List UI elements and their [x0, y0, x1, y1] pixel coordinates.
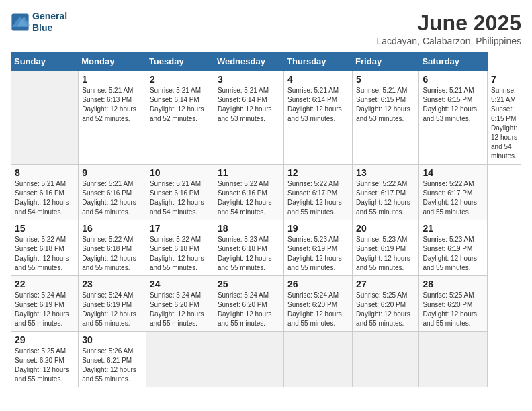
calendar-title: June 2025	[376, 11, 521, 36]
daylight: Daylight: 12 hours and 54 minutes.	[150, 199, 204, 216]
calendar-cell: 21 Sunrise: 5:23 AM Sunset: 6:19 PM Dayl…	[419, 220, 488, 276]
calendar-cell: 25 Sunrise: 5:24 AM Sunset: 6:20 PM Dayl…	[214, 276, 283, 332]
sunset: Sunset: 6:17 PM	[356, 189, 406, 197]
calendar-cell: 19 Sunrise: 5:23 AM Sunset: 6:19 PM Dayl…	[284, 220, 353, 276]
sunrise: Sunrise: 5:25 AM	[423, 291, 474, 299]
sunrise: Sunrise: 5:23 AM	[287, 236, 339, 243]
logo: General Blue	[11, 11, 67, 34]
logo-text: General Blue	[32, 11, 67, 34]
sunrise: Sunrise: 5:21 AM	[287, 87, 339, 94]
sunrise: Sunrise: 5:23 AM	[423, 236, 474, 243]
day-number: 18	[218, 223, 280, 234]
calendar-cell: 22 Sunrise: 5:24 AM Sunset: 6:19 PM Dayl…	[11, 276, 79, 332]
sunset: Sunset: 6:20 PM	[356, 301, 406, 308]
sunrise: Sunrise: 5:22 AM	[287, 180, 339, 187]
calendar-week-row: 15 Sunrise: 5:22 AM Sunset: 6:18 PM Dayl…	[11, 220, 521, 276]
day-number: 10	[150, 167, 210, 178]
calendar-cell: 14 Sunrise: 5:22 AM Sunset: 6:17 PM Dayl…	[419, 165, 488, 220]
calendar-subtitle: Lacdayan, Calabarzon, Philippines	[376, 36, 521, 46]
day-number: 27	[356, 279, 415, 289]
sunset: Sunset: 6:18 PM	[82, 245, 132, 253]
day-number: 8	[15, 167, 75, 178]
day-info: Sunrise: 5:22 AM Sunset: 6:18 PM Dayligh…	[82, 235, 142, 273]
calendar-cell	[353, 332, 419, 387]
daylight: Daylight: 12 hours and 55 minutes.	[287, 199, 342, 216]
calendar-week-row: 8 Sunrise: 5:21 AM Sunset: 6:16 PM Dayli…	[11, 165, 521, 220]
sunset: Sunset: 6:15 PM	[423, 96, 472, 103]
calendar-cell: 29 Sunrise: 5:25 AM Sunset: 6:20 PM Dayl…	[11, 332, 79, 387]
calendar-cell: 8 Sunrise: 5:21 AM Sunset: 6:16 PM Dayli…	[11, 165, 79, 220]
sunrise: Sunrise: 5:21 AM	[150, 87, 201, 94]
daylight: Daylight: 12 hours and 55 minutes.	[15, 366, 69, 383]
sunset: Sunset: 6:14 PM	[150, 96, 200, 103]
calendar-week-row: 22 Sunrise: 5:24 AM Sunset: 6:19 PM Dayl…	[11, 276, 521, 332]
day-info: Sunrise: 5:22 AM Sunset: 6:18 PM Dayligh…	[15, 235, 75, 273]
sunrise: Sunrise: 5:24 AM	[82, 291, 133, 299]
day-number: 4	[287, 74, 349, 85]
sunset: Sunset: 6:14 PM	[218, 96, 267, 103]
calendar-table: Sunday Monday Tuesday Wednesday Thursday…	[11, 52, 521, 387]
calendar-cell: 4 Sunrise: 5:21 AM Sunset: 6:14 PM Dayli…	[284, 71, 353, 165]
sunrise: Sunrise: 5:24 AM	[15, 291, 66, 299]
sunset: Sunset: 6:20 PM	[15, 357, 64, 364]
sunrise: Sunrise: 5:25 AM	[15, 347, 66, 355]
day-number: 17	[150, 223, 210, 234]
day-info: Sunrise: 5:21 AM Sunset: 6:15 PM Dayligh…	[423, 86, 484, 124]
col-sunday: Sunday	[11, 52, 79, 71]
day-info: Sunrise: 5:21 AM Sunset: 6:14 PM Dayligh…	[287, 86, 349, 124]
sunset: Sunset: 6:19 PM	[287, 245, 337, 253]
day-number: 13	[356, 167, 415, 178]
daylight: Daylight: 12 hours and 55 minutes.	[356, 310, 410, 327]
sunrise: Sunrise: 5:22 AM	[356, 180, 407, 187]
day-info: Sunrise: 5:21 AM Sunset: 6:14 PM Dayligh…	[218, 86, 280, 124]
title-area: June 2025 Lacdayan, Calabarzon, Philippi…	[376, 11, 521, 46]
sunset: Sunset: 6:16 PM	[15, 189, 64, 197]
col-friday: Friday	[353, 52, 419, 71]
calendar-cell	[284, 332, 353, 387]
daylight: Daylight: 12 hours and 55 minutes.	[356, 255, 410, 271]
day-info: Sunrise: 5:23 AM Sunset: 6:19 PM Dayligh…	[423, 235, 484, 273]
sunrise: Sunrise: 5:24 AM	[150, 291, 201, 299]
sunrise: Sunrise: 5:22 AM	[218, 180, 269, 187]
calendar-cell: 18 Sunrise: 5:23 AM Sunset: 6:18 PM Dayl…	[214, 220, 283, 276]
sunset: Sunset: 6:19 PM	[356, 245, 406, 253]
calendar-cell	[419, 332, 488, 387]
sunset: Sunset: 6:19 PM	[423, 245, 472, 253]
daylight: Daylight: 12 hours and 55 minutes.	[15, 310, 69, 327]
header-row: Sunday Monday Tuesday Wednesday Thursday…	[11, 52, 521, 71]
daylight: Daylight: 12 hours and 55 minutes.	[82, 255, 136, 271]
day-info: Sunrise: 5:26 AM Sunset: 6:21 PM Dayligh…	[82, 347, 142, 384]
sunset: Sunset: 6:13 PM	[82, 96, 132, 103]
sunset: Sunset: 6:17 PM	[287, 189, 337, 197]
col-tuesday: Tuesday	[146, 52, 214, 71]
day-info: Sunrise: 5:24 AM Sunset: 6:20 PM Dayligh…	[287, 291, 349, 328]
sunrise: Sunrise: 5:25 AM	[356, 291, 407, 299]
day-number: 25	[218, 279, 280, 289]
daylight: Daylight: 12 hours and 55 minutes.	[218, 255, 272, 271]
day-number: 5	[356, 74, 415, 85]
day-number: 11	[218, 167, 280, 178]
day-info: Sunrise: 5:21 AM Sunset: 6:15 PM Dayligh…	[356, 86, 415, 124]
sunrise: Sunrise: 5:23 AM	[218, 236, 269, 243]
day-number: 7	[491, 74, 517, 85]
sunrise: Sunrise: 5:21 AM	[150, 180, 201, 187]
daylight: Daylight: 12 hours and 55 minutes.	[218, 310, 272, 327]
day-number: 21	[423, 223, 484, 234]
day-number: 30	[82, 334, 142, 345]
day-info: Sunrise: 5:22 AM Sunset: 6:17 PM Dayligh…	[287, 179, 349, 217]
sunset: Sunset: 6:21 PM	[82, 357, 132, 364]
calendar-cell: 12 Sunrise: 5:22 AM Sunset: 6:17 PM Dayl…	[284, 165, 353, 220]
day-info: Sunrise: 5:25 AM Sunset: 6:20 PM Dayligh…	[15, 347, 75, 384]
day-number: 23	[82, 279, 142, 289]
calendar-cell: 2 Sunrise: 5:21 AM Sunset: 6:14 PM Dayli…	[146, 71, 214, 165]
sunset: Sunset: 6:19 PM	[15, 301, 64, 308]
daylight: Daylight: 12 hours and 55 minutes.	[82, 310, 136, 327]
day-info: Sunrise: 5:24 AM Sunset: 6:19 PM Dayligh…	[82, 291, 142, 328]
sunset: Sunset: 6:18 PM	[218, 245, 267, 253]
daylight: Daylight: 12 hours and 53 minutes.	[218, 105, 272, 122]
day-number: 22	[15, 279, 75, 289]
daylight: Daylight: 12 hours and 52 minutes.	[150, 105, 204, 122]
calendar-cell: 1 Sunrise: 5:21 AM Sunset: 6:13 PM Dayli…	[79, 71, 146, 165]
day-number: 29	[15, 334, 75, 345]
sunrise: Sunrise: 5:24 AM	[218, 291, 269, 299]
